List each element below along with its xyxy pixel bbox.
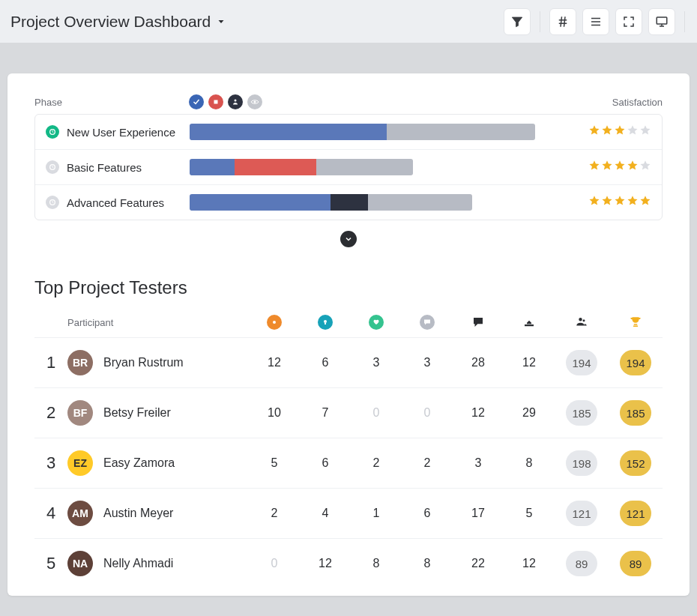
phase-legend-review-icon bbox=[228, 94, 243, 109]
tester-metric: 3 bbox=[402, 356, 453, 369]
display-button[interactable] bbox=[648, 8, 675, 35]
tester-metric: 8 bbox=[402, 557, 453, 570]
tester-row[interactable]: 4AMAustin Meyer2416175121121 bbox=[34, 488, 663, 538]
svg-point-3 bbox=[254, 101, 256, 103]
tester-participant-cell: BFBetsy Freiler bbox=[67, 400, 249, 426]
fullscreen-icon bbox=[622, 15, 636, 28]
team-score-pill: 185 bbox=[566, 400, 597, 426]
tester-metric: 0 bbox=[351, 406, 402, 420]
team-score-pill: 198 bbox=[566, 450, 597, 476]
tester-metric: 2 bbox=[402, 456, 453, 470]
tester-trophy-score-cell: 121 bbox=[609, 501, 663, 526]
tester-metric: 8 bbox=[351, 557, 402, 570]
tester-metric: 12 bbox=[504, 557, 555, 570]
tester-row[interactable]: 1BRBryan Rustrum126332812194194 bbox=[34, 337, 663, 387]
star-icon bbox=[627, 124, 639, 139]
satisfaction-stars bbox=[576, 124, 651, 139]
star-icon bbox=[614, 124, 626, 139]
tester-trophy-score-cell: 89 bbox=[609, 551, 663, 576]
progress-segment bbox=[190, 124, 387, 140]
tester-trophy-score-cell: 185 bbox=[609, 400, 663, 426]
phase-name-cell: Advanced Features bbox=[46, 196, 190, 209]
toolbar-separator bbox=[684, 11, 685, 32]
tester-metric: 12 bbox=[504, 356, 555, 369]
tester-metric: 12 bbox=[300, 557, 351, 570]
tester-row[interactable]: 5NANelly Ahmadi0128822128989 bbox=[34, 538, 663, 588]
trophy-score-pill: 194 bbox=[620, 350, 651, 375]
satisfaction-column-label: Satisfaction bbox=[588, 97, 663, 108]
team-score-pill: 194 bbox=[566, 350, 597, 375]
filter-button[interactable] bbox=[504, 8, 531, 35]
star-icon bbox=[627, 195, 639, 210]
page-title-dropdown[interactable]: Project Overview Dashboard bbox=[9, 13, 226, 31]
tester-metric: 10 bbox=[249, 406, 300, 420]
tester-name: Easy Zamora bbox=[103, 456, 175, 470]
svg-rect-9 bbox=[325, 323, 326, 324]
phase-row[interactable]: Advanced Features bbox=[35, 184, 662, 220]
progress-segment bbox=[387, 124, 535, 140]
comments-header-icon bbox=[471, 315, 485, 329]
phase-table-header: Phase Satisfaction bbox=[34, 94, 663, 109]
other-feedback-header-icon bbox=[420, 315, 435, 330]
star-icon bbox=[601, 124, 613, 139]
tester-row[interactable]: 2BFBetsy Freiler107001229185185 bbox=[34, 387, 663, 438]
fullscreen-button[interactable] bbox=[615, 8, 642, 35]
star-icon bbox=[639, 124, 651, 139]
expand-phases-button[interactable] bbox=[340, 231, 357, 247]
tester-team-score-cell: 194 bbox=[555, 350, 609, 375]
tester-participant-cell: AMAustin Meyer bbox=[67, 501, 249, 526]
tester-metric: 3 bbox=[453, 456, 504, 470]
avatar: NA bbox=[67, 551, 93, 576]
tester-metric: 6 bbox=[300, 456, 351, 470]
star-icon bbox=[588, 124, 600, 139]
svg-point-7 bbox=[273, 321, 276, 324]
tester-metric: 0 bbox=[402, 406, 453, 420]
tester-name: Nelly Ahmadi bbox=[103, 557, 173, 570]
tester-metric: 7 bbox=[300, 406, 351, 420]
phase-name: Advanced Features bbox=[67, 196, 164, 209]
tester-metric: 2 bbox=[249, 507, 300, 520]
phase-progress-bar bbox=[190, 124, 561, 140]
avatar: BF bbox=[67, 400, 93, 426]
progress-segment bbox=[368, 194, 472, 211]
phase-row[interactable]: Basic Features bbox=[35, 149, 662, 184]
tester-participant-cell: NANelly Ahmadi bbox=[67, 551, 249, 576]
list-button[interactable] bbox=[582, 8, 609, 35]
numbers-button[interactable] bbox=[549, 8, 576, 35]
satisfaction-stars bbox=[576, 195, 651, 210]
tester-trophy-score-cell: 194 bbox=[609, 350, 663, 375]
phase-progress-bar bbox=[190, 159, 561, 175]
dashboard-card: Phase Satisfaction New User ExperienceBa… bbox=[7, 73, 690, 596]
caret-down-icon bbox=[217, 17, 226, 26]
star-icon bbox=[588, 160, 600, 175]
tester-row[interactable]: 3EZEasy Zamora562238198152 bbox=[34, 438, 663, 488]
votes-header-icon bbox=[522, 315, 536, 329]
avatar: EZ bbox=[67, 450, 93, 476]
praise-header-icon bbox=[369, 315, 384, 330]
star-icon bbox=[639, 160, 651, 175]
phase-row[interactable]: New User Experience bbox=[35, 115, 662, 149]
tester-name: Bryan Rustrum bbox=[103, 356, 184, 369]
tester-metric: 1 bbox=[351, 507, 402, 520]
tester-metric: 17 bbox=[453, 507, 504, 520]
toolbar-separator bbox=[540, 11, 540, 32]
svg-point-8 bbox=[324, 320, 327, 323]
tester-rank: 3 bbox=[34, 453, 67, 473]
svg-rect-1 bbox=[214, 100, 218, 104]
progress-segment bbox=[190, 194, 331, 211]
trophy-score-pill: 185 bbox=[620, 400, 651, 426]
tester-rank: 4 bbox=[34, 504, 67, 523]
tester-metric: 6 bbox=[300, 356, 351, 369]
tester-metric: 8 bbox=[504, 456, 555, 470]
phase-column-label: Phase bbox=[34, 97, 189, 108]
star-icon bbox=[588, 195, 600, 210]
tester-rank: 2 bbox=[34, 403, 67, 423]
phase-name-cell: New User Experience bbox=[46, 125, 190, 139]
team-score-pill: 121 bbox=[566, 501, 597, 526]
tester-metric: 5 bbox=[504, 507, 555, 520]
phase-name-cell: Basic Features bbox=[46, 160, 190, 174]
svg-rect-0 bbox=[657, 17, 667, 24]
phase-legend-complete-icon bbox=[189, 94, 204, 109]
star-icon bbox=[601, 160, 613, 175]
tester-team-score-cell: 198 bbox=[555, 450, 609, 476]
